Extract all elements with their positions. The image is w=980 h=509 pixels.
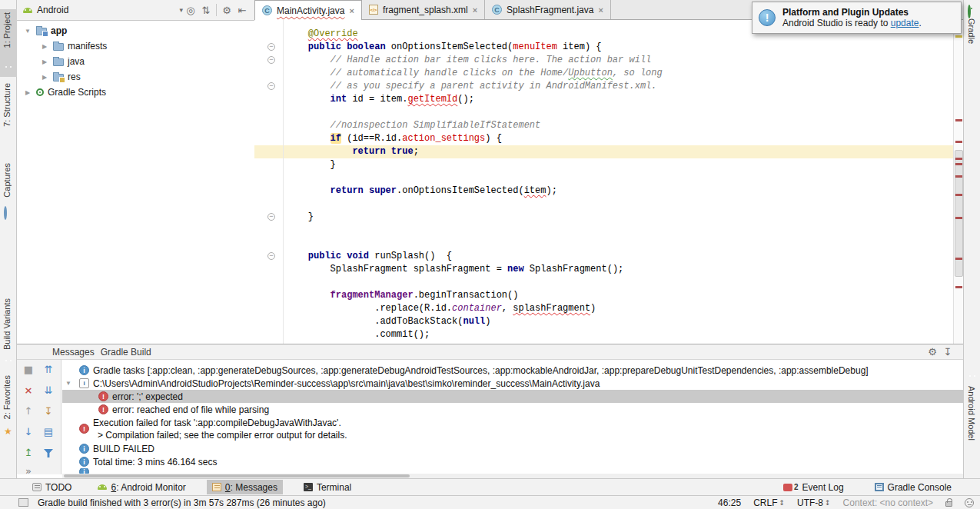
code-line[interactable]: − // Handle action bar item clicks here.… [254,54,953,67]
fold-marker-icon[interactable]: − [267,43,275,51]
error-stripe-mark[interactable] [955,175,962,178]
error-stripe-mark[interactable] [955,258,962,260]
toolwindow-button-favorites[interactable]: 2: Favorites [2,375,12,419]
caret-position-widget[interactable]: 46:25 [718,497,741,508]
error-stripe-mark[interactable] [955,35,962,38]
code-line[interactable]: fragmentManager.beginTransaction() [254,289,953,302]
code-line[interactable]: − // as you specify a parent activity in… [254,80,953,93]
tree-collapsed-icon[interactable]: ▶ [23,89,32,96]
collapse-all-button[interactable]: ⇅ [198,5,214,16]
code-line-current[interactable]: return true; [254,145,953,158]
close-icon[interactable]: × [473,5,477,15]
editor-error-stripe[interactable] [953,20,963,344]
favorites-star-icon[interactable]: ★ [4,426,13,435]
tree-item-java[interactable]: ▶ java [17,54,254,69]
error-stripe-mark[interactable] [955,286,962,288]
tree-expanded-icon[interactable]: ▼ [23,28,32,35]
build-message-row[interactable]: i [62,468,963,474]
fold-marker-icon[interactable]: − [267,56,275,64]
toolwindow-button-structure[interactable]: 7: Structure [2,83,12,127]
minimize-panel-button[interactable]: ↧ [940,346,955,358]
toolwindow-button-project[interactable]: 1: Project [2,12,12,48]
project-view-selector[interactable]: Android [23,5,179,15]
next-message-button[interactable]: ↓ [22,425,35,439]
structure-icon[interactable] [4,140,13,149]
code-line[interactable]: .commit(); [254,328,953,341]
tree-collapsed-icon[interactable]: ▶ [40,74,49,81]
error-stripe-mark[interactable] [955,217,962,219]
close-icon[interactable]: × [349,6,354,15]
stop-button[interactable]: ■ [22,363,35,377]
update-link[interactable]: update [891,18,919,28]
code-line[interactable] [254,106,953,119]
toolwindow-button-android-monitor[interactable]: 6: Android Monitor [92,480,191,494]
code-line[interactable]: .replace(R.id.container, splashFragment) [254,302,953,315]
project-icon[interactable] [4,65,13,74]
error-stripe-mark[interactable] [955,158,962,160]
captures-icon[interactable] [4,208,13,217]
fold-marker-icon[interactable]: − [267,82,275,90]
code-line[interactable]: int id = item.getItemId(); [254,93,953,106]
encoding-widget[interactable]: UTF-8↕ [797,497,831,508]
gradle-icon[interactable] [968,6,977,15]
build-message-row[interactable]: iTotal time: 3 mins 46.164 secs [62,455,963,468]
previous-message-button[interactable]: ↑ [22,404,35,418]
code-line[interactable] [254,224,953,237]
error-stripe-mark[interactable] [955,141,962,143]
toolwindow-button-terminal[interactable]: >_ Terminal [298,480,357,494]
tab-splashfragment-java[interactable]: C SplashFragment.java × [485,0,611,19]
collapse-all-button[interactable]: ⇊ [42,384,55,398]
gear-icon[interactable]: ⚙ [219,5,234,16]
h-scrollbar-thumb[interactable] [64,474,410,477]
code-line[interactable] [254,171,953,185]
android-model-icon[interactable] [968,374,977,383]
code-line[interactable]: SplashFragment splashFragment = new Spla… [254,263,953,276]
inspection-profile-icon[interactable] [965,498,974,507]
code-line[interactable]: return super.onOptionsItemSelected(item)… [254,185,953,198]
code-line[interactable]: − public void runSplash() { [254,250,953,263]
line-ending-widget[interactable]: CRLF↕ [753,497,785,508]
build-variants-icon[interactable] [4,358,13,368]
context-widget[interactable]: Context: <no context> [843,497,933,508]
hide-panel-button[interactable]: ⇤ [234,5,250,16]
toolwindow-button-todo[interactable]: TODO [27,480,77,494]
tree-expanded-icon[interactable]: ▼ [65,380,71,387]
tab-fragment-splash-xml[interactable]: </> fragment_splash.xml × [362,0,485,19]
build-message-row[interactable]: !Execution failed for task ':app:compile… [62,416,963,442]
tree-collapsed-icon[interactable]: ▶ [40,58,49,65]
locate-file-button[interactable]: ◎ [183,5,198,16]
toggle-console-button[interactable]: ▤ [42,425,55,439]
code-line[interactable] [254,198,953,211]
error-stripe-mark[interactable] [955,119,962,121]
code-line[interactable]: − } [254,211,953,224]
expand-all-button[interactable]: ⇈ [42,363,55,377]
event-log-button[interactable]: 2 Event Log [778,480,849,494]
toolwindow-button-captures[interactable]: Captures [2,163,12,198]
code-line[interactable]: // automatically handle clicks on the Ho… [254,67,953,80]
build-message-row[interactable]: !error: reached end of file while parsin… [62,403,963,416]
build-message-row[interactable]: ▼iC:\Users\Admin\AndroidStudioProjects\R… [62,377,963,390]
fold-marker-icon[interactable]: − [267,213,275,221]
code-editor[interactable]: @Override− public boolean onOptionsItemS… [254,20,953,344]
code-line[interactable]: .addToBackStack(null) [254,315,953,328]
toolwindow-toggle-icon[interactable] [18,498,28,507]
error-stripe-mark[interactable] [955,163,962,165]
toolwindow-button-gradle[interactable]: Gradle [967,18,976,44]
code-line[interactable] [254,237,953,250]
more-options-button[interactable]: » [22,464,35,478]
lock-icon[interactable] [945,501,952,507]
filter-icon[interactable] [44,449,53,457]
tree-collapsed-icon[interactable]: ▶ [40,43,49,50]
toolwindow-button-android-model[interactable]: Android Model [967,386,976,441]
toolwindow-button-messages[interactable]: 0: Messages [207,480,283,494]
export-button[interactable]: ↥ [22,446,35,460]
tree-item-res[interactable]: ▶ res [17,69,254,85]
code-line[interactable]: if (id==R.id.action_settings) { [254,132,953,145]
tree-item-app[interactable]: ▼ app [17,23,254,38]
toolwindow-button-build-variants[interactable]: Build Variants [2,298,12,350]
build-message-row[interactable]: iGradle tasks [:app:clean, :app:generate… [62,364,963,377]
close-icon[interactable]: × [598,5,603,15]
code-line[interactable] [254,276,953,289]
code-line[interactable]: } [254,158,953,171]
build-message-row[interactable]: !error: ';' expected [62,390,963,403]
